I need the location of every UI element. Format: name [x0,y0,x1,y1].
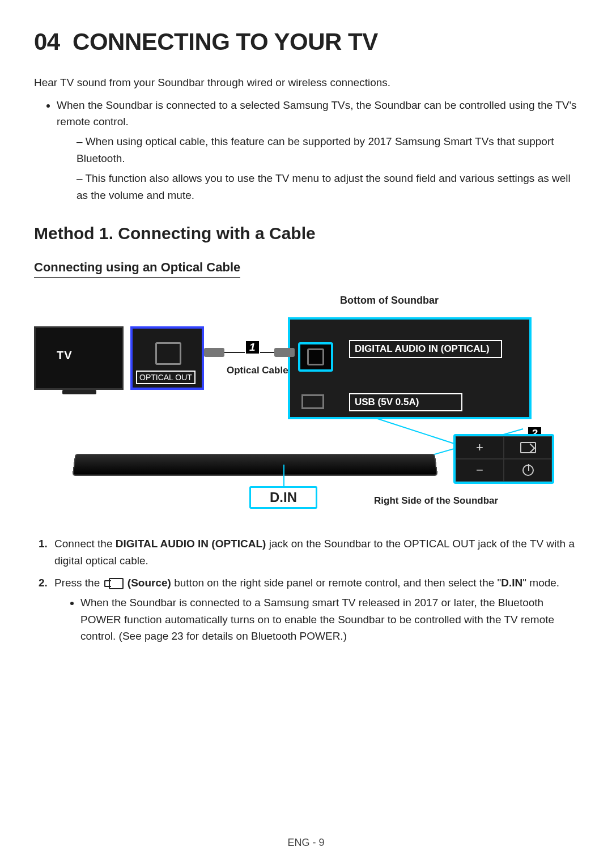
callout-line-icon [283,465,284,487]
plus-icon: + [476,440,483,455]
dash-item: When using optical cable, this feature c… [76,133,578,167]
step-2: 2. Press the (Source) button on the righ… [34,575,578,645]
instruction-steps: 1. Connect the DIGITAL AUDIO IN (OPTICAL… [34,535,578,645]
usb-label: USB (5V 0.5A) [349,393,462,411]
step-number: 2. [39,575,48,591]
step-text-span: Connect the [54,538,116,550]
source-label-bold: (Source) [128,577,171,589]
step-text: Connect the DIGITAL AUDIO IN (OPTICAL) j… [54,538,575,566]
section-number: 04 [34,28,60,55]
volume-down-button[interactable]: − [456,459,504,482]
digital-audio-in-label: DIGITAL AUDIO IN (OPTICAL) [349,340,502,358]
tv-label: TV [57,349,73,362]
section-title-text: CONNECTING TO YOUR TV [73,28,378,55]
source-button[interactable] [504,436,552,459]
din-display: D.IN [249,486,317,509]
power-icon [522,465,534,476]
connection-diagram: Bottom of Soundbar DIGITAL AUDIO IN (OPT… [34,295,567,521]
step-text-span: " mode. [522,577,559,589]
tv-icon [34,326,124,390]
subsection-heading: Connecting using an Optical Cable [34,260,240,278]
power-button[interactable] [504,459,552,482]
bottom-of-soundbar-label: Bottom of Soundbar [340,295,439,307]
optical-out-label: OPTICAL OUT [136,371,196,384]
source-icon [520,442,536,453]
soundbar-body-icon [72,454,437,476]
intro-bullets: When the Soundbar is connected to a sele… [34,97,578,204]
tv-optical-out-panel: OPTICAL OUT [130,326,204,390]
volume-up-button[interactable]: + [456,436,504,459]
usb-port-icon [301,394,324,409]
minus-icon: − [476,463,483,478]
step-text-span: button on the right side panel or remote… [171,577,501,589]
step-text: Press the (Source) button on the right s… [54,577,559,589]
digital-audio-in-bold: DIGITAL AUDIO IN (OPTICAL) [116,538,266,550]
dash-item: This function also allows you to use the… [76,170,578,203]
page-footer: ENG - 9 [0,837,612,849]
optical-out-port-icon [155,342,181,365]
intro-text: Hear TV sound from your Soundbar through… [34,75,578,91]
soundbar-side-panel: + − [453,434,554,484]
soundbar-bottom-panel: DIGITAL AUDIO IN (OPTICAL) USB (5V 0.5A) [288,317,532,419]
section-title: 04 CONNECTING TO YOUR TV [34,28,578,56]
substep-item: When the Soundbar is connected to a Sams… [80,594,578,644]
optical-in-port-icon [298,342,333,372]
bullet-item: When the Soundbar is connected to a sele… [57,97,578,130]
tv-stand-icon [62,390,96,394]
method-heading: Method 1. Connecting with a Cable [34,224,578,243]
intro-dashes: When using optical cable, this feature c… [57,133,578,203]
din-bold: D.IN [501,577,522,589]
step-2-substeps: When the Soundbar is connected to a Sams… [54,594,578,644]
step-number: 1. [39,535,48,552]
optical-cable-label: Optical Cable [227,365,288,376]
callout-1: 1 [245,340,260,355]
step-text-span: Press the [54,577,103,589]
source-icon [104,578,124,589]
rightside-label: Right Side of the Soundbar [374,495,498,507]
step-1: 1. Connect the DIGITAL AUDIO IN (OPTICAL… [34,535,578,569]
